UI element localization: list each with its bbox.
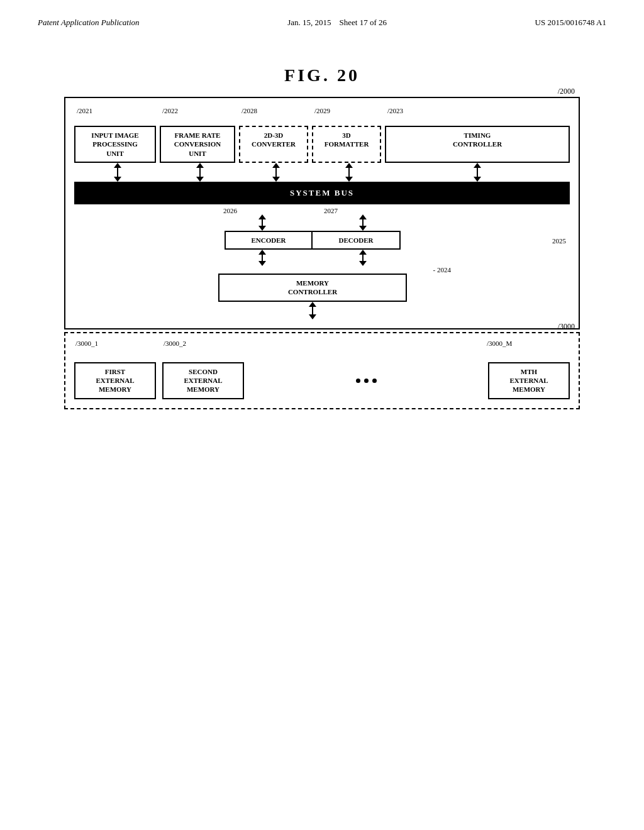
ref-3000-2: /3000_2: [164, 340, 245, 347]
unit-input-image: INPUT IMAGEPROCESSINGUNIT: [74, 126, 156, 163]
unit-mth-external-memory: MTHEXTERNALMEMORY: [488, 362, 570, 399]
ref-2022: /2022: [162, 107, 238, 114]
ref-3000-m: /3000_M: [487, 340, 569, 347]
main-box-2000: /2000 /2021 /2022 /2028 /2029 /2023 INPU…: [64, 97, 580, 329]
ref-2023: /2023: [387, 107, 567, 114]
ref-3000-1: /3000_1: [75, 340, 157, 347]
ref-2024-label: - 2024: [250, 266, 475, 274]
arrow-unit2: [162, 163, 238, 182]
ref-2000: /2000: [558, 87, 575, 96]
mem-ctrl-row: MEMORYCONTROLLER: [74, 274, 570, 302]
unit-second-external-memory: SECONDEXTERNALMEMORY: [162, 362, 244, 399]
dot-3: [372, 379, 377, 383]
unit-encoder: ENCODER: [225, 231, 313, 250]
unit-2d-3d: 2D-3DCONVERTER: [239, 126, 308, 163]
ref-2029: /2029: [314, 107, 384, 114]
memory-units-row: FIRSTEXTERNALMEMORY SECONDEXTERNALMEMORY…: [74, 362, 570, 399]
arrow-unit4: [314, 163, 384, 182]
unit-memory-controller: MEMORYCONTROLLER: [218, 274, 407, 302]
diagram-area: /2000 /2021 /2022 /2028 /2029 /2023 INPU…: [0, 97, 644, 409]
unit-frame-rate: FRAME RATECONVERSIONUNIT: [160, 126, 235, 163]
figure-title: FIG. 20: [0, 65, 644, 86]
unit-first-external-memory: FIRSTEXTERNALMEMORY: [74, 362, 156, 399]
arrow-dec: [319, 214, 407, 231]
dots: [250, 362, 482, 399]
ref-2025: 2025: [552, 237, 566, 245]
header-publication: Patent Application Publication: [38, 18, 140, 28]
ref-2028: /2028: [242, 107, 311, 114]
arrow-enc-mem: [218, 250, 306, 266]
page-header: Patent Application Publication Jan. 15, …: [0, 0, 644, 28]
top-units-row: INPUT IMAGEPROCESSINGUNIT FRAME RATECONV…: [74, 126, 570, 163]
dot-2: [364, 379, 369, 383]
ref-2026: 2026: [218, 207, 306, 214]
header-patent-number: US 2015/0016748 A1: [535, 18, 606, 28]
system-bus: SYSTEM BUS: [74, 182, 570, 204]
box-3000: /3000 /3000_1 /3000_2 /3000_M FIRSTEXTER…: [64, 332, 580, 409]
arrow-unit5: [387, 163, 567, 182]
dot-1: [356, 379, 360, 383]
header-date-sheet: Jan. 15, 2015 Sheet 17 of 26: [287, 18, 387, 28]
arrow-enc: [218, 214, 306, 231]
ref-3000: /3000: [558, 322, 575, 331]
arrow-mem-ctrl-down: [74, 302, 570, 319]
unit-timing-controller: TIMINGCONTROLLER: [385, 126, 570, 163]
unit-decoder: DECODER: [313, 231, 401, 250]
unit-3d-formatter: 3DFORMATTER: [312, 126, 381, 163]
arrow-dec-mem: [319, 250, 407, 266]
ref-2027: 2027: [319, 207, 407, 214]
ref-2021: /2021: [77, 107, 158, 114]
enc-dec-row: ENCODER DECODER 2025: [74, 231, 570, 250]
arrow-unit3: [242, 163, 311, 182]
arrow-unit1: [77, 163, 158, 182]
